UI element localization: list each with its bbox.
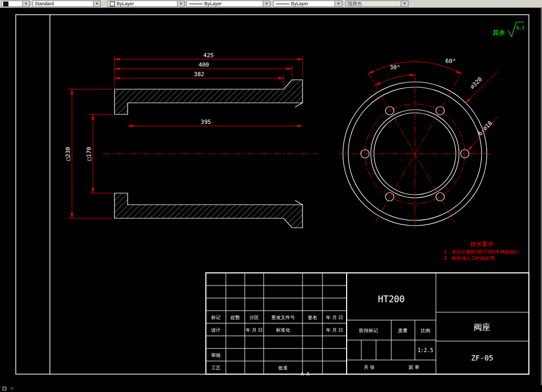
chevron-down-icon[interactable]: ▼ — [93, 1, 100, 6]
linetype-sample-icon — [189, 4, 203, 4]
bolt-hole — [385, 193, 394, 201]
window-right-edge — [541, 7, 541, 391]
color-combo-value: ByLayer — [115, 1, 177, 6]
tb-label-scale: 比例 — [421, 328, 430, 333]
dim-30deg: 30° — [390, 64, 400, 71]
tb-scale-value: 1:2.5 — [418, 347, 433, 353]
tb-label-approve: 批准 — [278, 365, 288, 370]
section-upper-wall — [114, 80, 303, 114]
lineweight-sample-icon — [276, 4, 289, 4]
title-block: 标记 处数 分区 更改文件号 签名 年 月 日 设计 年 月 日 标准化 年 月… — [206, 273, 529, 374]
chevron-down-icon[interactable]: ▼ — [177, 1, 184, 6]
dim-170: □170 — [86, 147, 92, 161]
tech-title: 技术要求 — [470, 241, 493, 248]
dim-230: □230 — [65, 147, 71, 161]
tb-part-name: 阀座 — [474, 322, 491, 332]
dim-425: 425 — [203, 52, 214, 59]
tb-label-stage-mark: 阶段标记 — [359, 328, 378, 333]
section-lower-wall — [114, 193, 303, 228]
ucs-icon — [3, 387, 6, 390]
tb-sheet-no: 第 章 — [409, 365, 420, 370]
dim-dia320: ⌀320 — [469, 76, 484, 91]
color-combo[interactable]: ByLayer ▼ — [108, 1, 185, 7]
centerline-diag-60 — [376, 72, 462, 222]
tb-label-weight: 质量 — [398, 328, 408, 333]
tb-label-change-doc: 更改文件号 — [272, 315, 295, 320]
circular-dimensions: 60° 30° ⌀320 6-⌀18 — [369, 58, 498, 151]
dim-395: 395 — [201, 119, 211, 125]
layer-combo[interactable]: ▼ — [1, 1, 30, 7]
text-style-combo[interactable]: Standard ▼ — [33, 1, 101, 7]
linetype-combo[interactable]: ByLayer ▼ — [186, 1, 270, 7]
surface-note-value: 6.3 — [517, 26, 525, 30]
tb-label-review: 审核 — [211, 353, 221, 358]
section-view — [103, 80, 317, 228]
tb-label-date3: 年 月 日 — [326, 327, 343, 333]
tb-label-design: 设计 — [211, 327, 221, 333]
chevron-down-icon[interactable]: ▼ — [401, 1, 408, 6]
bore-chamfer-bottom — [295, 200, 303, 205]
dim-60deg: 60° — [445, 58, 456, 65]
surface-note-label: 其余 — [493, 29, 505, 36]
tb-label-zone: 分区 — [249, 315, 259, 320]
properties-toolbar: ▼ Standard ▼ ByLayer ▼ ByLayer ▼ ByLayer… — [0, 0, 542, 8]
tb-total-sheets: 共 张 — [364, 365, 375, 370]
linetype-combo-value: ByLayer — [203, 1, 263, 6]
tech-line-1: 1、未注公差按GB/T1804-M级执行。 — [444, 249, 523, 255]
tb-material: HT200 — [378, 294, 404, 304]
color-swatch-icon — [110, 2, 115, 6]
circular-view — [339, 72, 491, 231]
lineweight-combo[interactable]: ByLayer ▼ — [273, 1, 342, 7]
tb-label-date2: 年 月 日 — [246, 327, 263, 333]
tb-drawing-no: ZF-05 — [471, 354, 493, 362]
centerline-diag-120 — [368, 72, 454, 222]
bolt-hole — [385, 107, 394, 115]
surface-finish-note: 其余 6.3 — [493, 22, 524, 37]
section-dimensions: 425 400 382 395 □230 □170 — [65, 52, 303, 218]
tb-label-process: 工艺 — [211, 365, 221, 370]
tb-label-sign: 签名 — [308, 315, 317, 320]
section-label: A-A — [301, 372, 310, 377]
dim-holes: 6-⌀18 — [476, 120, 494, 137]
status-hint: ?/ — [10, 386, 14, 391]
plot-style-combo[interactable]: 随颜色 ▼ — [346, 1, 409, 7]
chevron-down-icon[interactable]: ▼ — [263, 1, 270, 6]
dim-382: 382 — [194, 71, 204, 78]
plot-style-combo-value: 随颜色 — [346, 1, 401, 6]
cad-window: ▼ Standard ▼ ByLayer ▼ ByLayer ▼ ByLayer… — [0, 0, 542, 392]
tb-label-date1: 年 月 日 — [326, 315, 343, 320]
tb-label-mark: 标记 — [211, 315, 221, 320]
bore-chamfer-top — [295, 103, 303, 107]
chevron-down-icon[interactable]: ▼ — [335, 1, 342, 6]
drawing-svg: 425 400 382 395 □230 □170 — [0, 0, 542, 392]
bolt-hole — [436, 193, 444, 201]
status-bar: ?/ — [0, 385, 542, 392]
text-style-combo-value: Standard — [33, 1, 93, 6]
chevron-down-icon[interactable]: ▼ — [22, 1, 29, 6]
tb-label-standardize: 标准化 — [276, 327, 291, 333]
layer-color-swatch — [3, 2, 8, 6]
bolt-hole — [436, 107, 444, 115]
tech-line-2: 2、铸件须人工时效处理。 — [444, 256, 499, 261]
tb-label-count: 处数 — [230, 315, 240, 320]
lineweight-combo-value: ByLayer — [289, 1, 335, 6]
dim-400: 400 — [199, 61, 209, 68]
technical-requirements: 技术要求 1、未注公差按GB/T1804-M级执行。 2、铸件须人工时效处理。 — [444, 241, 523, 261]
